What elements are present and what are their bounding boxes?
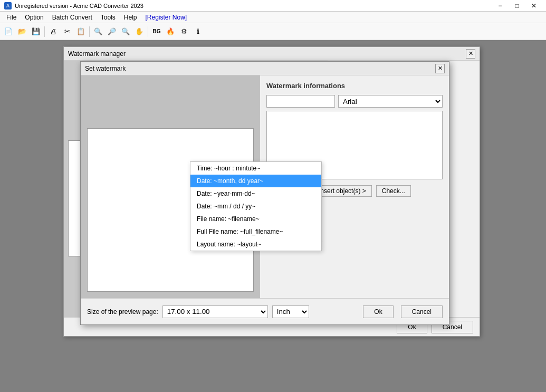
watermark-manager-titlebar: Watermark manager ✕ <box>64 47 480 61</box>
dropdown-item-time[interactable]: Time: ~hour : mintute~ <box>190 162 321 175</box>
size-select[interactable]: 17.00 x 11.00 <box>162 305 268 318</box>
menu-help[interactable]: Help <box>120 12 141 23</box>
watermark-manager-title: Watermark manager <box>68 50 126 58</box>
toolbar-sep2 <box>89 26 90 37</box>
toolbar-zoom-in[interactable]: 🔍 <box>92 25 104 38</box>
toolbar-save[interactable]: 💾 <box>30 25 42 38</box>
menu-batch-convert[interactable]: Batch Convert <box>48 12 97 23</box>
toolbar-print[interactable]: 🖨 <box>47 25 60 38</box>
toolbar: 📄 📂 💾 🖨 ✂ 📋 🔍 🔎 🔍 ✋ BG 🔥 ⚙ ℹ <box>0 23 546 40</box>
toolbar-bg[interactable]: BG <box>150 25 163 38</box>
toolbar-info[interactable]: ℹ <box>191 25 204 38</box>
font-row: Arial <box>266 95 443 108</box>
check-button[interactable]: Check... <box>376 185 411 197</box>
size-label: Size of the preview page: <box>87 308 158 315</box>
toolbar-pan[interactable]: ✋ <box>133 25 146 38</box>
window-controls: − □ ✕ <box>492 1 542 11</box>
dropdown-item-layout[interactable]: Layout name: ~layout~ <box>190 238 321 251</box>
minimize-button[interactable]: − <box>492 1 508 11</box>
toolbar-sep1 <box>44 26 45 37</box>
menu-option[interactable]: Option <box>21 12 47 23</box>
set-watermark-ok[interactable]: Ok <box>363 305 393 318</box>
toolbar-zoom-out[interactable]: 🔎 <box>106 25 118 38</box>
font-text-input[interactable] <box>266 95 335 108</box>
toolbar-new[interactable]: 📄 <box>2 25 15 38</box>
dropdown-item-date-mm-dd-yy[interactable]: Date: ~mm / dd / yy~ <box>190 200 321 213</box>
toolbar-convert[interactable]: 🔥 <box>164 25 177 38</box>
toolbar-zoom-fit[interactable]: 🔍 <box>119 25 132 38</box>
menu-file[interactable]: File <box>2 12 21 23</box>
dropdown-item-date-year-mm-dd[interactable]: Date: ~year-mm-dd~ <box>190 187 321 200</box>
toolbar-open[interactable]: 📂 <box>16 25 28 38</box>
maximize-button[interactable]: □ <box>509 1 525 11</box>
dropdown-item-date-month[interactable]: Date: ~month, dd year~ <box>190 175 321 187</box>
toolbar-copy[interactable]: 📋 <box>74 25 87 38</box>
set-watermark-titlebar: Set watermark ✕ <box>81 62 449 75</box>
set-watermark-cancel[interactable]: Cancel <box>401 305 443 318</box>
menu-tools[interactable]: Tools <box>97 12 120 23</box>
dropdown-item-full-filename[interactable]: Full File name: ~full_filename~ <box>190 225 321 238</box>
watermark-manager-close[interactable]: ✕ <box>466 49 475 59</box>
title-bar: A Unregistered version - Acme CAD Conver… <box>0 0 546 12</box>
set-watermark-title-text: Set watermark <box>85 65 126 72</box>
dropdown-item-filename[interactable]: File name: ~filename~ <box>190 213 321 225</box>
set-watermark-close[interactable]: ✕ <box>435 64 445 73</box>
set-watermark-footer: Size of the preview page: 17.00 x 11.00 … <box>81 298 449 324</box>
toolbar-settings[interactable]: ⚙ <box>178 25 190 38</box>
workspace: Watermark manager ✕ Watermark object(s) … <box>0 40 546 392</box>
toolbar-cut[interactable]: ✂ <box>61 25 73 38</box>
app-icon: A <box>4 2 12 9</box>
unit-select[interactable]: Inch <box>272 305 309 318</box>
preview-top-area <box>87 82 254 124</box>
close-button[interactable]: ✕ <box>526 1 542 11</box>
toolbar-sep3 <box>148 26 148 37</box>
menu-bar: File Option Batch Convert Tools Help [Re… <box>0 12 546 23</box>
watermark-informations-title: Watermark informations <box>266 82 443 90</box>
font-select[interactable]: Arial <box>338 95 443 108</box>
title-bar-text: Unregistered version - Acme CAD Converte… <box>15 3 143 9</box>
menu-register[interactable]: [Register Now] <box>141 12 191 23</box>
insert-dropdown: Time: ~hour : mintute~ Date: ~month, dd … <box>190 161 322 251</box>
